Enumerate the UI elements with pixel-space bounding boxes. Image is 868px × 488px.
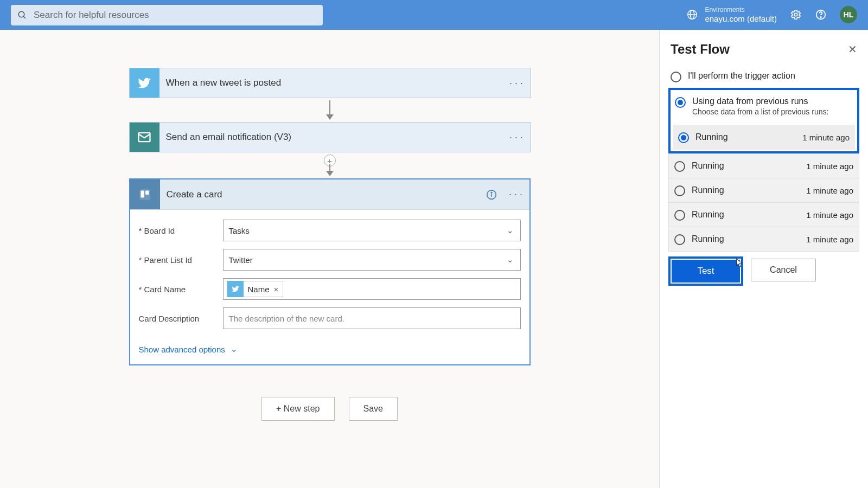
run-list: Running 1 minute ago	[673, 125, 855, 150]
help-icon[interactable]	[815, 9, 827, 21]
svg-point-0	[18, 11, 24, 17]
label-card-name: * Card Name	[139, 285, 223, 294]
top-bar: Environments enayu.com (default) HL	[0, 0, 868, 30]
svg-line-1	[23, 16, 25, 18]
card-header[interactable]: Create a card · · ·	[130, 179, 529, 210]
save-button[interactable]: Save	[349, 397, 398, 421]
radio-icon	[674, 234, 685, 245]
radio-icon	[674, 210, 685, 221]
radio-manual-trigger[interactable]: I'll perform the trigger action	[668, 68, 859, 86]
connector-add: +	[129, 152, 531, 178]
radio-icon	[678, 132, 689, 143]
env-name: enayu.com (default)	[705, 14, 777, 24]
highlight-test-button: Test	[668, 256, 743, 286]
svg-rect-10	[141, 190, 144, 197]
info-icon[interactable]	[481, 179, 502, 209]
show-advanced-link[interactable]: Show advanced options ⌄	[139, 344, 238, 354]
environment-picker[interactable]: Environments enayu.com (default)	[686, 6, 777, 23]
radio-icon	[674, 185, 685, 196]
label-board-id: * Board Id	[139, 226, 223, 235]
step-trigger-twitter[interactable]: When a new tweet is posted · · ·	[129, 68, 531, 98]
radio-icon	[671, 72, 681, 82]
select-parent-list[interactable]: Twitter ⌄	[223, 249, 521, 271]
new-step-button[interactable]: + New step	[261, 397, 334, 421]
svg-point-7	[820, 17, 821, 17]
run-item[interactable]: Running 1 minute ago	[668, 153, 859, 178]
trello-icon	[130, 179, 160, 209]
input-card-name[interactable]: Name ×	[223, 278, 521, 300]
svg-point-5	[794, 14, 797, 17]
highlight-previous-runs: Using data from previous runs Choose dat…	[668, 88, 859, 153]
globe-icon	[686, 9, 698, 21]
label-card-desc: Card Description	[139, 314, 223, 323]
input-card-desc[interactable]: The description of the new card.	[223, 307, 521, 329]
run-item[interactable]: Running 1 minute ago	[668, 178, 859, 203]
select-board-id[interactable]: Tasks ⌄	[223, 220, 521, 241]
run-item[interactable]: Running 1 minute ago	[668, 227, 859, 252]
radio-previous-runs[interactable]: Using data from previous runs Choose dat…	[673, 93, 855, 119]
search-input[interactable]	[34, 10, 316, 21]
chevron-down-icon: ⌄	[507, 226, 514, 235]
step-menu-icon[interactable]: · · ·	[503, 123, 530, 152]
step-title: Send an email notification (V3)	[159, 123, 503, 152]
svg-point-14	[491, 192, 492, 193]
step-action-email[interactable]: Send an email notification (V3) · · ·	[129, 122, 531, 152]
connector	[129, 98, 531, 122]
close-icon[interactable]: ✕	[848, 43, 857, 56]
svg-rect-11	[145, 190, 149, 195]
twitter-icon	[227, 281, 244, 297]
run-item[interactable]: Running 1 minute ago	[673, 125, 855, 150]
step-menu-icon[interactable]: · · ·	[502, 179, 529, 209]
top-right: Environments enayu.com (default) HL	[686, 6, 857, 23]
flow-canvas: When a new tweet is posted · · · Send an…	[0, 30, 659, 488]
radio-icon	[675, 97, 686, 108]
remove-token-icon[interactable]: ×	[274, 285, 283, 294]
step-menu-icon[interactable]: · · ·	[503, 68, 530, 98]
avatar[interactable]: HL	[840, 6, 857, 23]
env-label: Environments	[705, 6, 777, 14]
radio-icon	[674, 161, 685, 172]
panel-title: Test Flow	[671, 42, 730, 57]
step-action-trello-card: Create a card · · · * Board Id Tasks ⌄ *…	[129, 178, 531, 365]
step-title: When a new tweet is posted	[159, 68, 503, 98]
chevron-down-icon: ⌄	[231, 344, 238, 354]
mail-icon	[130, 123, 159, 152]
test-button[interactable]: Test	[672, 260, 740, 282]
dynamic-token-name[interactable]: Name ×	[227, 281, 284, 297]
search-icon	[17, 10, 27, 20]
card-title: Create a card	[160, 179, 481, 209]
twitter-icon	[130, 68, 159, 98]
run-item[interactable]: Running 1 minute ago	[668, 202, 859, 227]
chevron-down-icon: ⌄	[507, 255, 514, 265]
label-parent-list: * Parent List Id	[139, 255, 223, 265]
gear-icon[interactable]	[790, 9, 802, 21]
cancel-button[interactable]: Cancel	[751, 259, 816, 281]
search-box[interactable]	[11, 5, 323, 25]
test-flow-panel: Test Flow ✕ I'll perform the trigger act…	[659, 30, 868, 488]
